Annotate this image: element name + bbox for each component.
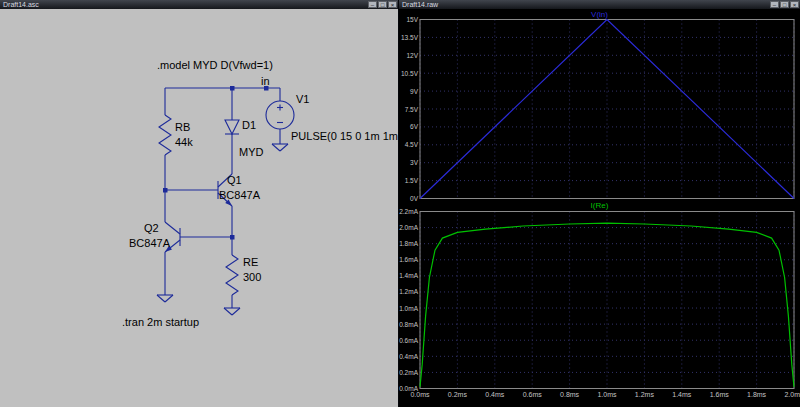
re-value: 300 <box>243 271 261 283</box>
y-axis-tick-label: 1.2mA <box>399 288 418 295</box>
rb-value: 44k <box>175 136 193 148</box>
y-axis-tick-label: 15V <box>399 16 418 23</box>
schematic-window-title: Draft14.asc <box>3 1 39 8</box>
v1-value: PULSE(0 15 0 1m 1m) <box>291 130 398 142</box>
x-axis-tick-label: 0.8ms <box>560 391 579 398</box>
schematic-editor-window: Draft14.asc – □ × <box>0 0 398 407</box>
waveform-window-titlebar[interactable]: Draft14.raw – □ × <box>399 0 800 9</box>
re-ref: RE <box>243 256 258 268</box>
x-axis-tick-label: 1.4ms <box>672 391 691 398</box>
chart-svg-1 <box>399 211 800 389</box>
x-axis-tick-label: 0.4ms <box>485 391 504 398</box>
voltage-source-v1[interactable]: V1 PULSE(0 15 0 1m 1m) <box>266 93 398 142</box>
plot-pane-bottom[interactable]: 2.2mA2.0mA1.8mA1.6mA1.4mA1.2mA1.0mA0.8mA… <box>399 211 800 389</box>
ground-icon[interactable] <box>224 308 240 315</box>
ground-icon[interactable] <box>157 295 173 302</box>
junction-dot <box>230 235 235 240</box>
d1-ref: D1 <box>242 119 256 131</box>
trace-name-vin[interactable]: V(in) <box>399 10 800 19</box>
spice-directive-tran[interactable]: .tran 2m startup <box>122 316 199 328</box>
junction-dot <box>230 86 235 91</box>
y-axis-tick-label: 1.5V <box>399 177 418 184</box>
q1-value: BC847A <box>219 189 261 201</box>
y-axis-tick-label: 3V <box>399 159 418 166</box>
y-axis-tick-label: 1.0mA <box>399 305 418 312</box>
transistor-q1[interactable]: Q1 BC847A <box>218 174 261 206</box>
resistor-rb[interactable]: RB 44k <box>159 115 193 155</box>
q2-ref: Q2 <box>144 222 159 234</box>
transistor-q2[interactable]: Q2 BC847A <box>129 222 180 252</box>
y-axis-tick-label: 7.5V <box>399 106 418 113</box>
q1-ref: Q1 <box>227 174 242 186</box>
x-axis-tick-label: 0.0ms <box>410 391 429 398</box>
maximize-icon[interactable]: □ <box>780 1 789 8</box>
y-axis-tick-label: 0.8mA <box>399 321 418 328</box>
minimize-icon[interactable]: – <box>368 1 377 8</box>
resistor-re[interactable]: RE 300 <box>226 255 261 295</box>
y-axis-tick-label: 13.5V <box>399 34 418 41</box>
y-axis-tick-label: 1.6mA <box>399 256 418 263</box>
x-axis-tick-label: 2.0ms <box>784 391 800 398</box>
x-axis-tick-label: 0.2ms <box>448 391 467 398</box>
y-axis-tick-label: 0.6mA <box>399 337 418 344</box>
diode-d1[interactable]: D1 MYD <box>225 119 264 158</box>
v1-ref: V1 <box>296 93 309 105</box>
d1-value: MYD <box>239 146 264 158</box>
time-axis: 0.0ms0.2ms0.4ms0.6ms0.8ms1.0ms1.2ms1.4ms… <box>399 391 800 403</box>
x-axis-tick-label: 1.0ms <box>597 391 616 398</box>
y-axis-tick-label: 6V <box>399 123 418 130</box>
trace-name-ire[interactable]: I(Re) <box>399 201 800 210</box>
plot-content: V(in) 15V13.5V12V10.5V9V7.5V6V4.5V3V1.5V… <box>399 9 800 407</box>
junction-dots <box>163 86 269 240</box>
net-label-in[interactable]: in <box>261 75 270 87</box>
x-axis-tick-label: 1.2ms <box>635 391 654 398</box>
y-axis-tick-label: 1.4mA <box>399 272 418 279</box>
y-axis-tick-label: 0.4mA <box>399 353 418 360</box>
q2-value: BC847A <box>129 237 171 249</box>
junction-dot <box>163 188 168 193</box>
y-axis-tick-label: 12V <box>399 52 418 59</box>
y-axis-tick-label: 1.8mA <box>399 240 418 247</box>
y-axis-tick-label: 2.2mA <box>399 208 418 215</box>
schematic-canvas[interactable]: RB 44k D1 MYD Q1 BC847A Q2 BC847A <box>0 0 398 407</box>
y-axis-tick-label: 0.2mA <box>399 369 418 376</box>
window-controls: – □ × <box>770 1 799 8</box>
close-icon[interactable]: × <box>790 1 799 8</box>
y-axis-tick-label: 10.5V <box>399 70 418 77</box>
y-axis-tick-label: 2.0mA <box>399 224 418 231</box>
x-axis-tick-label: 1.8ms <box>747 391 766 398</box>
waveform-window-title: Draft14.raw <box>402 1 438 8</box>
x-axis-tick-label: 1.6ms <box>710 391 729 398</box>
plot-pane-top[interactable]: 15V13.5V12V10.5V9V7.5V6V4.5V3V1.5V0V <box>399 19 800 199</box>
ground-icon[interactable] <box>272 144 288 151</box>
window-controls: – □ × <box>368 1 397 8</box>
minimize-icon[interactable]: – <box>770 1 779 8</box>
waveform-viewer-window: Draft14.raw – □ × V(in) 15V13.5V12V10.5V… <box>399 0 800 407</box>
y-axis-tick-label: 9V <box>399 88 418 95</box>
spice-directive-model[interactable]: .model MYD D(Vfwd=1) <box>157 59 273 71</box>
x-axis-tick-label: 0.6ms <box>523 391 542 398</box>
maximize-icon[interactable]: □ <box>378 1 387 8</box>
close-icon[interactable]: × <box>388 1 397 8</box>
rb-ref: RB <box>175 121 190 133</box>
y-axis-tick-label: 4.5V <box>399 141 418 148</box>
schematic-window-titlebar[interactable]: Draft14.asc – □ × <box>0 0 398 9</box>
chart-svg-0 <box>399 19 800 199</box>
